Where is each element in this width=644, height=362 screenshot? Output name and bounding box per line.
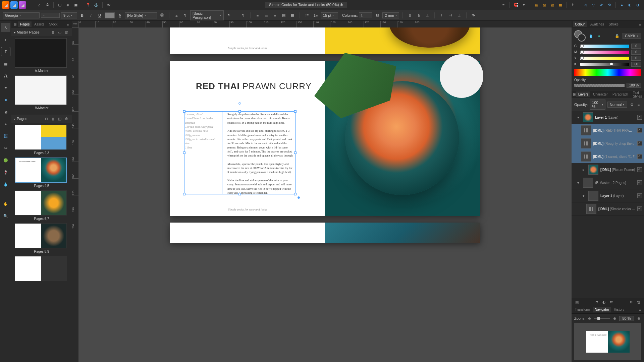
rotate-cw-icon[interactable]: ⟳: [597, 1, 605, 9]
snap-options-icon[interactable]: ▾: [520, 1, 528, 9]
layer-fx-icon[interactable]: ⚙: [629, 102, 635, 107]
magenta-value[interactable]: 0: [631, 50, 641, 55]
delete-page-icon[interactable]: 🗑: [64, 116, 69, 121]
single-page-icon[interactable]: ▯: [50, 29, 56, 35]
arrange-front-icon[interactable]: ▦: [532, 1, 540, 9]
tab-pages[interactable]: Pages: [18, 21, 32, 27]
add-swatch-icon[interactable]: ●: [596, 33, 602, 39]
arrange-backward-icon[interactable]: ▨: [548, 1, 556, 9]
tab-history[interactable]: History: [612, 307, 626, 312]
columns-field[interactable]: 1: [359, 12, 372, 18]
frame-text-tool[interactable]: T: [1, 47, 10, 56]
cyan-value[interactable]: 0: [631, 44, 641, 49]
transparency-tool[interactable]: 🍷: [1, 168, 10, 177]
visibility-checkbox[interactable]: [637, 167, 642, 172]
layer-menu-icon[interactable]: ≡: [636, 102, 641, 107]
spread-prev-partial[interactable]: Simple cooks for taste and looks: [170, 27, 480, 54]
fill-tool[interactable]: 🟢: [1, 156, 10, 165]
para-style-dropdown[interactable]: [Basic Paragraph]: [190, 10, 224, 20]
tab-navigator[interactable]: Navigator: [593, 307, 611, 312]
artistic-text-tool[interactable]: A: [1, 71, 10, 80]
layer-row[interactable]: [IDML] (1 carrot, sliced ¶1 ¶: [572, 150, 644, 163]
layer-row[interactable]: ▸[IDML] (Picture Frame): [572, 163, 644, 176]
method-text[interactable]: Roughly chop the coriander. Remove and d…: [227, 112, 296, 195]
studio-toggle-icon[interactable]: ⊞: [13, 20, 17, 28]
pen-tool[interactable]: ✒: [1, 83, 10, 93]
bullet-list-icon[interactable]: ⁝≡: [303, 12, 311, 19]
boolean-intersect-icon[interactable]: ◑: [634, 1, 642, 9]
text-color-swatch[interactable]: [105, 12, 115, 18]
move-tool[interactable]: ↖: [1, 23, 10, 32]
pin-icon[interactable]: 📍: [84, 1, 92, 9]
arrange-back-icon[interactable]: ▩: [556, 1, 565, 9]
layer-row[interactable]: ▾ (B-Master - 2 Pages): [572, 176, 644, 189]
pages-header[interactable]: Pages ⊟ ▯ ◫ 🗑: [11, 115, 72, 123]
rectangle-tool[interactable]: ■: [1, 95, 10, 105]
vert-align-top-icon[interactable]: ⊤: [438, 12, 445, 19]
colour-menu-icon[interactable]: ≡: [637, 22, 643, 27]
align-right-text-icon[interactable]: ≡: [271, 12, 279, 19]
layer-row[interactable]: [IDML] (Simple cooks for: [572, 202, 644, 216]
snapping-icon[interactable]: 🧲: [512, 1, 520, 9]
recipe-photo[interactable]: [325, 61, 480, 216]
black-slider[interactable]: [580, 63, 629, 66]
tab-stock[interactable]: Stock: [47, 21, 59, 27]
studio-link-icon[interactable]: ⊞: [573, 90, 576, 99]
text-frame-selection[interactable]: 1 carrot, sliced 1 small bunch coriander…: [184, 111, 296, 194]
rotate-ccw-icon[interactable]: ⟲: [605, 1, 613, 9]
para-panel-icon[interactable]: ¶: [181, 12, 189, 19]
arrange-forward-icon[interactable]: ▧: [540, 1, 548, 9]
selection-mode-icon[interactable]: ▢: [56, 1, 64, 9]
master-a-thumb[interactable]: [15, 38, 67, 68]
opacity-slider[interactable]: [574, 84, 625, 87]
nav-menu-icon[interactable]: ≡: [637, 307, 643, 312]
zoom-out-icon[interactable]: ⊖: [587, 316, 592, 321]
char-style-reset-icon[interactable]: a̲: [116, 12, 123, 19]
zoom-tool[interactable]: 🔍: [1, 211, 10, 221]
typography-icon[interactable]: fi: [415, 12, 422, 19]
tab-character[interactable]: Character: [591, 92, 610, 97]
ruler-origin[interactable]: mm: [72, 21, 78, 27]
update-style-icon[interactable]: ↻: [225, 12, 232, 19]
tab-assets[interactable]: Assets: [32, 21, 46, 27]
canvas[interactable]: mm 0102030405060708090100110120130140150…: [72, 21, 572, 362]
opacity-value[interactable]: 100 %: [627, 83, 641, 88]
layer-row[interactable]: ▾Layer 1 (Layer): [572, 189, 644, 202]
home-icon[interactable]: ⌂: [35, 1, 43, 9]
zoom-value[interactable]: 50 %: [619, 316, 634, 321]
yellow-value[interactable]: 0: [631, 56, 641, 61]
baseline-icon[interactable]: ⊥: [424, 12, 431, 19]
visibility-checkbox[interactable]: [637, 206, 642, 211]
blend-mode-dropdown[interactable]: Normal: [607, 102, 627, 108]
font-style-dropdown[interactable]: [41, 13, 60, 18]
cyan-slider[interactable]: [580, 45, 629, 48]
yellow-slider[interactable]: [580, 57, 629, 60]
italic-button[interactable]: I: [87, 12, 95, 19]
visibility-checkbox[interactable]: [637, 128, 642, 133]
spread-10-11[interactable]: [15, 256, 67, 281]
add-spread-icon[interactable]: ◫: [57, 116, 62, 121]
font-family-dropdown[interactable]: Georgia: [3, 12, 40, 18]
fx-icon[interactable]: fx: [609, 299, 614, 305]
spread-8-9[interactable]: [15, 223, 67, 248]
affinity-designer-icon[interactable]: ◢: [10, 1, 18, 9]
add-page-icon[interactable]: ▯: [50, 116, 56, 121]
rotation-handle[interactable]: [238, 102, 241, 105]
visibility-checkbox[interactable]: [637, 115, 642, 120]
underline-button[interactable]: U: [96, 12, 103, 19]
textflow-out-handle[interactable]: [298, 196, 300, 199]
affinity-photo-icon[interactable]: ◢: [2, 1, 9, 9]
color-picker-tool[interactable]: 💧: [1, 180, 10, 189]
char-style-dropdown[interactable]: [No Style]: [125, 12, 157, 18]
align-justify-all-icon[interactable]: ▦: [289, 12, 296, 19]
pan-tool[interactable]: ✋: [1, 199, 10, 208]
horizontal-ruler[interactable]: 0102030405060708090100110120130140150160…: [78, 21, 572, 27]
align-center-text-icon[interactable]: ☰: [263, 12, 270, 19]
layer-row[interactable]: ▾Layer 1 (Layer): [572, 111, 644, 124]
fill-stroke-wells[interactable]: [574, 30, 586, 42]
layer-stack-icon[interactable]: ▤: [574, 299, 580, 305]
pilcrow-icon[interactable]: ¶: [239, 12, 247, 19]
spread-icon[interactable]: ▭: [57, 29, 62, 35]
magenta-slider[interactable]: [580, 51, 629, 54]
align-left-icon[interactable]: ⊦: [569, 1, 577, 9]
